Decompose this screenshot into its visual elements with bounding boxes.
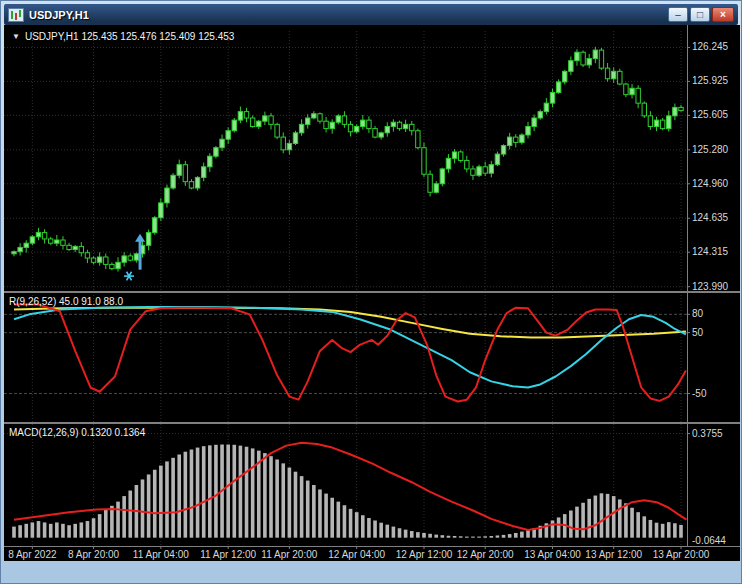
svg-text:12 Apr 04:00: 12 Apr 04:00 (328, 549, 385, 560)
svg-text:11 Apr 04:00: 11 Apr 04:00 (133, 549, 189, 560)
svg-text:13 Apr 12:00: 13 Apr 12:00 (585, 549, 642, 560)
svg-text:8 Apr 2022: 8 Apr 2022 (8, 549, 57, 560)
svg-text:13 Apr 20:00: 13 Apr 20:00 (653, 549, 710, 560)
maximize-button[interactable]: □ (690, 7, 710, 22)
panel-separators (4, 25, 740, 547)
svg-text:-50: -50 (692, 388, 707, 399)
oscillator-line-red (14, 305, 686, 402)
chart-canvas[interactable]: 126.245125.925125.605125.280124.960124.6… (4, 25, 740, 561)
svg-text:123.990: 123.990 (692, 281, 729, 292)
candlestick-series (12, 47, 683, 272)
star-annotation[interactable] (124, 272, 134, 281)
price-scale[interactable]: 126.245125.925125.605125.280124.960124.6… (687, 41, 729, 546)
svg-text:12 Apr 20:00: 12 Apr 20:00 (457, 549, 514, 560)
chart-icon (8, 8, 24, 22)
svg-text:125.925: 125.925 (692, 75, 729, 86)
macd-histogram (12, 445, 683, 538)
svg-text:80: 80 (692, 308, 704, 319)
svg-text:11 Apr 12:00: 11 Apr 12:00 (200, 549, 256, 560)
close-button[interactable]: × (712, 7, 734, 22)
window-controls: – □ × (668, 7, 734, 22)
window-title: USDJPY,H1 (29, 9, 668, 21)
svg-text:124.960: 124.960 (692, 178, 729, 189)
oscillator-lines (14, 305, 686, 402)
svg-text:50: 50 (692, 327, 704, 338)
chart-client-area: 126.245125.925125.605125.280124.960124.6… (4, 25, 740, 561)
macd-indicator-label: MACD(12,26,9) 0.1320 0.1364 (9, 427, 145, 438)
svg-text:8 Apr 20:00: 8 Apr 20:00 (68, 549, 120, 560)
chart-window: USDJPY,H1 – □ × 126.245125.925125.605125… (0, 0, 742, 584)
ohlc-label: ▼ USDJPY,H1 125.435 125.476 125.409 125.… (12, 31, 234, 42)
svg-text:11 Apr 20:00: 11 Apr 20:00 (261, 549, 317, 560)
minimize-button[interactable]: – (668, 7, 688, 22)
svg-text:12 Apr 12:00: 12 Apr 12:00 (396, 549, 453, 560)
ohlc-text: USDJPY,H1 125.435 125.476 125.409 125.45… (25, 31, 234, 42)
time-scale[interactable]: 8 Apr 20228 Apr 20:0011 Apr 04:0011 Apr … (8, 546, 710, 560)
grid-lines (4, 31, 687, 546)
oscillator-indicator-label: R(9,26,52) 45.0 91.0 88.0 (9, 296, 123, 307)
titlebar[interactable]: USDJPY,H1 – □ × (4, 4, 738, 25)
svg-text:125.280: 125.280 (692, 144, 729, 155)
svg-text:13 Apr 04:00: 13 Apr 04:00 (524, 549, 581, 560)
svg-text:124.635: 124.635 (692, 212, 729, 223)
svg-text:124.315: 124.315 (692, 246, 729, 257)
svg-text:126.245: 126.245 (692, 41, 729, 52)
symbol-dropdown-icon[interactable]: ▼ (12, 32, 20, 41)
svg-text:-0.0644: -0.0644 (692, 535, 726, 546)
svg-text:125.605: 125.605 (692, 109, 729, 120)
svg-text:0.3755: 0.3755 (692, 428, 723, 439)
